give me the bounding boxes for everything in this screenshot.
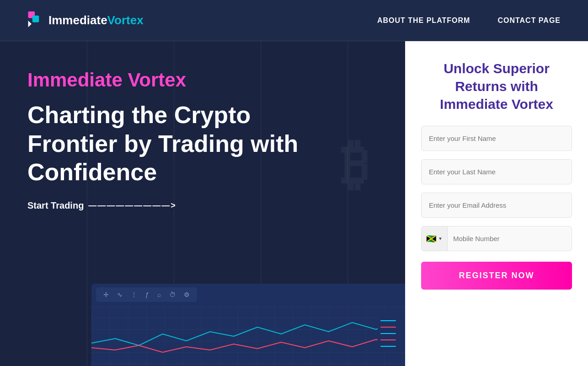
cta-text: Start Trading [27,200,84,211]
last-name-input[interactable] [421,159,572,184]
logo-text: ImmediateVortex [48,13,144,27]
formula-icon: ƒ [145,291,149,298]
chart-side-val-4: 11.08 [398,338,405,342]
time-icon: ⏱ [169,291,176,298]
first-name-input[interactable] [421,126,572,151]
btc-watermark: ₿ [341,133,369,196]
chart-side-panel: 15.62 13.91 12.44 11.08 10.33 [378,315,405,352]
logo-icon [27,11,44,30]
chart-side-line-3 [380,333,396,334]
trend-icon: ∿ [117,291,123,298]
chart-side-val-2: 13.91 [398,325,405,329]
chart-svg [91,307,405,366]
cta-arrow: —————————> [88,201,176,210]
candle-icon: ⋮ [131,291,137,298]
logo: ImmediateVortex [27,11,144,30]
move-icon: ✛ [103,291,109,298]
chart-side-line-5 [380,346,396,347]
main-content: ₿ Immediate Vortex Charting the Crypto F… [0,41,588,366]
registration-form: Unlock Superior Returns with Immediate V… [405,41,588,366]
logo-vortex: Vortex [107,13,144,27]
hero-title: Charting the Crypto Frontier by Trading … [27,101,338,186]
chart-side-line-4 [380,339,396,340]
register-button[interactable]: REGISTER NOW [421,262,572,290]
chart-side-row-2: 13.91 [380,325,405,329]
hero-cta[interactable]: Start Trading —————————> [27,200,378,211]
chart-grid [91,307,405,366]
chart-side-val-3: 12.44 [398,331,405,336]
hero-subtitle: Immediate Vortex [27,69,378,92]
chart-side-val-5: 10.33 [398,344,405,349]
header: ImmediateVortex ABOUT THE PLATFORM CONTA… [0,0,588,41]
settings-icon: ⚙ [184,291,190,298]
nav-about[interactable]: ABOUT THE PLATFORM [377,16,470,25]
left-panel: ₿ Immediate Vortex Charting the Crypto F… [0,41,405,366]
chart-side-row-1: 15.62 [380,318,405,323]
svg-rect-1 [32,16,39,22]
chart-side-row-4: 11.08 [380,338,405,342]
flag-caret-icon: ▼ [438,236,443,241]
zoom-icon: ⌕ [157,291,161,298]
phone-input[interactable] [448,226,572,251]
svg-marker-2 [28,21,32,27]
chart-side-val-1: 15.62 [398,318,405,323]
logo-immediate: Immediate [48,13,107,27]
chart-mockup: ✛ ∿ ⋮ ƒ ⌕ ⏱ ⚙ [91,274,405,366]
chart-side-row-3: 12.44 [380,331,405,336]
form-title: Unlock Superior Returns with Immediate V… [421,59,572,113]
chart-side-line-2 [380,327,396,328]
nav-contact[interactable]: CONTACT PAGE [497,16,561,25]
chart-side-line-1 [380,320,396,321]
phone-row: 🇯🇲 ▼ [421,226,572,251]
country-flag-selector[interactable]: 🇯🇲 ▼ [422,226,448,251]
flag-emoji: 🇯🇲 [426,234,436,244]
nav: ABOUT THE PLATFORM CONTACT PAGE [377,16,561,25]
chart-toolbar: ✛ ∿ ⋮ ƒ ⌕ ⏱ ⚙ [96,287,197,302]
chart-outer: ✛ ∿ ⋮ ƒ ⌕ ⏱ ⚙ [91,284,405,366]
chart-side-row-5: 10.33 [380,344,405,349]
email-input[interactable] [421,193,572,218]
